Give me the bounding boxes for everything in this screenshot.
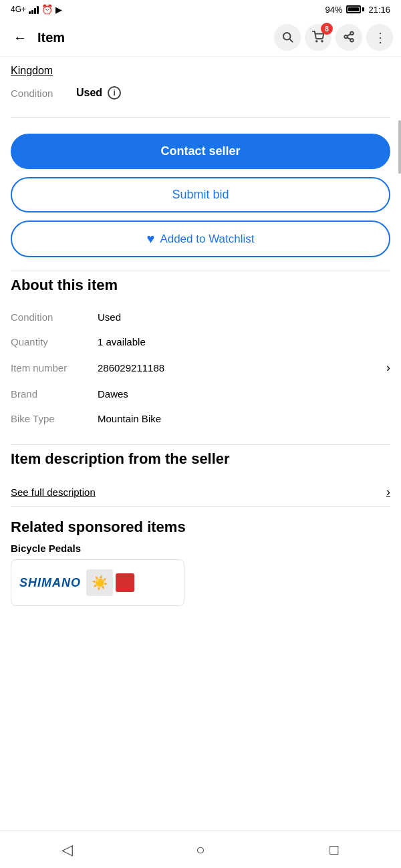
svg-line-8 xyxy=(347,33,350,35)
chevron-right-desc-icon: › xyxy=(386,485,390,499)
divider-2 xyxy=(11,271,390,271)
signal-bar-2 xyxy=(31,10,33,14)
recents-nav-icon: □ xyxy=(329,841,338,859)
related-section: Related sponsored items Bicycle Pedals S… xyxy=(11,519,390,606)
table-row: Condition Used xyxy=(11,305,390,329)
related-title: Related sponsored items xyxy=(11,519,390,536)
share-button[interactable] xyxy=(336,24,362,51)
nav-recents-button[interactable]: □ xyxy=(319,835,349,865)
about-section: About this item Condition Used Quantity … xyxy=(11,277,390,431)
header: ← Item 8 xyxy=(0,19,401,57)
home-nav-icon: ○ xyxy=(196,841,205,859)
bottom-nav: ◁ ○ □ xyxy=(0,831,401,868)
table-row: Bike Type Mountain Bike xyxy=(11,406,390,431)
detail-key-quantity: Quantity xyxy=(11,336,98,347)
more-options-button[interactable]: ⋮ xyxy=(366,24,393,51)
condition-info-button[interactable]: i xyxy=(108,86,121,100)
cart-badge: 8 xyxy=(321,23,333,35)
page-title: Item xyxy=(37,30,269,45)
youtube-icon: ▶ xyxy=(55,5,62,15)
detail-key-item-number: Item number xyxy=(11,362,98,374)
detail-val-quantity: 1 available xyxy=(98,336,390,347)
signal-bars xyxy=(29,5,39,14)
product-image-2 xyxy=(116,573,134,592)
see-full-description-link[interactable]: See full description › xyxy=(11,478,390,507)
divider-1 xyxy=(11,117,390,118)
divider-3 xyxy=(11,444,390,445)
svg-line-7 xyxy=(347,37,350,39)
status-right: 94% 21:16 xyxy=(325,5,390,15)
shimano-product-card[interactable]: SHIMANO ☀️ xyxy=(11,559,184,606)
detail-val-item-number: 286029211188 xyxy=(98,362,381,374)
table-row: Brand Dawes xyxy=(11,382,390,406)
nav-home-button[interactable]: ○ xyxy=(186,835,215,865)
watchlist-label: Added to Watchlist xyxy=(160,233,254,246)
scrollbar[interactable] xyxy=(398,120,401,174)
more-icon: ⋮ xyxy=(374,29,386,45)
search-icon xyxy=(281,31,293,45)
condition-field-label: Condition xyxy=(11,88,71,99)
table-row[interactable]: Item number 286029211188 › xyxy=(11,354,390,382)
detail-val-bike-type: Mountain Bike xyxy=(98,413,390,424)
time-display: 21:16 xyxy=(368,5,390,15)
signal-bar-1 xyxy=(29,11,31,14)
detail-key-bike-type: Bike Type xyxy=(11,413,98,424)
condition-field-value: Used xyxy=(76,87,102,99)
nav-back-button[interactable]: ◁ xyxy=(52,835,82,865)
product-label: Bicycle Pedals xyxy=(11,543,390,554)
kingdom-section: Kingdom Condition Used i xyxy=(11,57,390,112)
product-images: ☀️ xyxy=(86,569,134,596)
kingdom-label[interactable]: Kingdom xyxy=(11,65,390,77)
heart-icon: ♥ xyxy=(147,231,155,247)
share-icon xyxy=(343,31,355,45)
product-image-1: ☀️ xyxy=(86,569,113,596)
description-title: Item description from the seller xyxy=(11,450,390,468)
chevron-right-icon: › xyxy=(386,361,390,375)
header-actions: 8 ⋮ xyxy=(274,24,393,51)
svg-point-2 xyxy=(316,41,317,42)
about-title: About this item xyxy=(11,277,390,294)
desc-link-label: See full description xyxy=(11,486,96,498)
condition-row: Condition Used i xyxy=(11,82,390,108)
back-nav-icon: ◁ xyxy=(61,841,73,859)
detail-key-condition: Condition xyxy=(11,311,98,323)
detail-val-brand: Dawes xyxy=(98,388,390,400)
signal-bar-4 xyxy=(37,6,39,14)
detail-val-condition: Used xyxy=(98,311,390,323)
battery-percent: 94% xyxy=(325,5,342,15)
contact-seller-button[interactable]: Contact seller xyxy=(11,134,390,169)
sun-icon: ☀️ xyxy=(92,575,108,591)
svg-line-1 xyxy=(289,39,292,41)
detail-key-brand: Brand xyxy=(11,388,98,400)
cart-button[interactable]: 8 xyxy=(305,24,331,51)
watchlist-button[interactable]: ♥ Added to Watchlist xyxy=(11,221,390,257)
submit-bid-button[interactable]: Submit bid xyxy=(11,177,390,212)
signal-bar-3 xyxy=(34,8,36,14)
status-left: 4G+ ⏰ ▶ xyxy=(11,4,62,15)
svg-point-3 xyxy=(321,41,323,42)
main-content: Kingdom Condition Used i Contact seller … xyxy=(0,57,401,660)
status-bar: 4G+ ⏰ ▶ 94% 21:16 xyxy=(0,0,401,19)
search-button[interactable] xyxy=(274,24,301,51)
back-button[interactable]: ← xyxy=(8,25,32,49)
alarm-icon: ⏰ xyxy=(41,4,53,15)
table-row: Quantity 1 available xyxy=(11,329,390,354)
shimano-logo: SHIMANO xyxy=(19,576,81,590)
battery-icon xyxy=(346,5,364,13)
action-buttons: Contact seller Submit bid ♥ Added to Wat… xyxy=(11,123,390,257)
signal-text: 4G+ xyxy=(11,5,26,14)
description-section: Item description from the seller See ful… xyxy=(11,450,390,507)
detail-table: Condition Used Quantity 1 available Item… xyxy=(11,305,390,431)
